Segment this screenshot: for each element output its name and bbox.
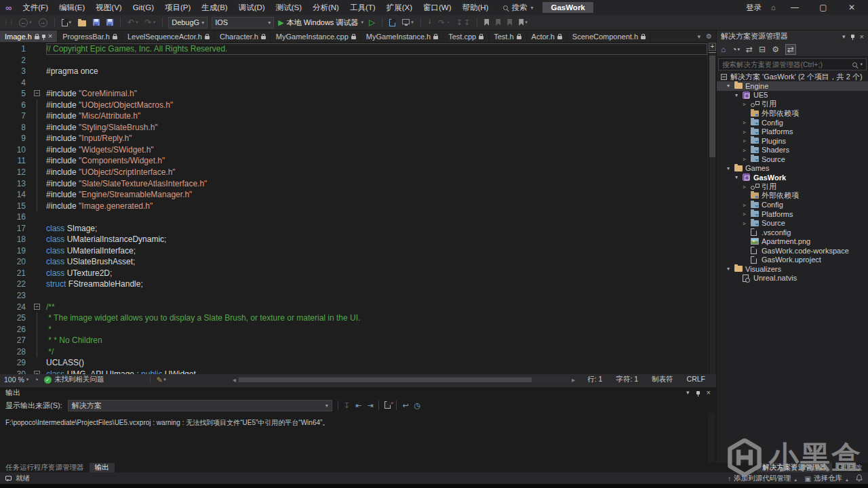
horizontal-scrollbar-thumb[interactable] bbox=[239, 378, 532, 382]
fold-margin[interactable] bbox=[31, 122, 46, 134]
save-button[interactable] bbox=[92, 18, 101, 26]
code-editor[interactable]: 1// Copyright Epic Games, Inc. All Right… bbox=[0, 42, 707, 374]
fold-margin[interactable] bbox=[31, 346, 46, 358]
caret-line-indicator[interactable]: 行: 1 bbox=[580, 375, 609, 384]
tree-expand-arrow[interactable]: ▾ bbox=[730, 92, 743, 98]
word-wrap-icon[interactable] bbox=[402, 401, 408, 410]
editor-tab[interactable]: MyGameInstance.cpp bbox=[271, 30, 361, 42]
tree-expand-arrow[interactable]: ▹ bbox=[738, 138, 751, 144]
goto-message-icon[interactable] bbox=[344, 401, 350, 410]
zoom-dropdown[interactable]: 100 % bbox=[4, 375, 28, 384]
tabs-mode-indicator[interactable]: 制表符 bbox=[645, 375, 680, 384]
properties-icon[interactable] bbox=[772, 45, 779, 54]
fold-margin[interactable] bbox=[31, 357, 46, 369]
close-panel-icon[interactable] bbox=[860, 33, 864, 41]
tree-item[interactable]: ▹Config bbox=[717, 118, 868, 127]
menu-item[interactable]: 测试(S) bbox=[271, 0, 307, 15]
editor-tab[interactable]: Character.h bbox=[215, 30, 271, 42]
menu-item[interactable]: 视图(V) bbox=[90, 0, 127, 15]
undo-button[interactable] bbox=[126, 17, 140, 28]
fold-margin[interactable] bbox=[31, 43, 46, 55]
solution-platform-dropdown[interactable]: IOS bbox=[212, 17, 274, 28]
editor-tab[interactable]: SceneComponent.h bbox=[568, 30, 651, 42]
tree-item[interactable]: Apartment.png bbox=[717, 237, 868, 247]
editor-tab[interactable]: MyGameInstance.h bbox=[361, 30, 443, 42]
tree-item[interactable]: 外部依赖项 bbox=[717, 109, 868, 119]
tree-item[interactable]: GasWork.uproject bbox=[717, 256, 868, 265]
bookmark-toggle-button[interactable] bbox=[483, 18, 490, 26]
scroll-right-arrow-icon[interactable] bbox=[572, 375, 575, 384]
code-cleanup-button[interactable]: ✎ bbox=[156, 375, 165, 384]
previous-message-icon[interactable] bbox=[355, 401, 361, 410]
fold-collapse-icon[interactable] bbox=[34, 304, 40, 310]
fold-collapse-icon[interactable] bbox=[34, 90, 40, 96]
menu-item[interactable]: 扩展(X) bbox=[381, 0, 418, 15]
panel-tab[interactable]: Git 更改 bbox=[832, 463, 868, 472]
search-control[interactable]: 搜索 bbox=[503, 3, 533, 13]
attach-to-process-button[interactable] bbox=[388, 18, 397, 27]
solution-search-box[interactable] bbox=[718, 58, 867, 70]
editor-tab[interactable]: LevelSequenceActor.h bbox=[123, 30, 215, 42]
solution-search-input[interactable] bbox=[722, 60, 850, 68]
fold-margin[interactable] bbox=[31, 201, 46, 212]
document-health-indicator[interactable]: 未找到相关问题 bbox=[44, 375, 104, 384]
sync-selection-icon[interactable] bbox=[746, 45, 753, 54]
maximize-button[interactable]: ▢ bbox=[814, 3, 833, 12]
tree-item[interactable]: ▹Platforms bbox=[717, 209, 868, 219]
menu-item[interactable]: 窗口(W) bbox=[418, 0, 457, 15]
tree-item[interactable]: ▾Visualizers bbox=[717, 264, 868, 274]
solution-root-item[interactable]: 解决方案 'GasWork' (2 个项目，共 2 个) bbox=[717, 72, 868, 81]
fold-margin[interactable] bbox=[31, 324, 46, 336]
pending-changes-filter-icon[interactable] bbox=[732, 45, 740, 54]
close-button[interactable]: ✕ bbox=[842, 3, 861, 12]
tree-item[interactable]: .vsconfig bbox=[717, 228, 868, 237]
tree-item[interactable]: ▹引用 bbox=[717, 182, 868, 192]
tree-expand-arrow[interactable]: ▹ bbox=[738, 119, 751, 125]
fold-margin[interactable] bbox=[31, 312, 46, 324]
tree-expand-arrow[interactable]: ▹ bbox=[738, 147, 751, 153]
fold-margin[interactable] bbox=[31, 178, 46, 190]
menu-item[interactable]: 项目(P) bbox=[159, 0, 196, 15]
start-debugging-button[interactable]: 本地 Windows 调试器 bbox=[278, 18, 363, 28]
tree-expand-arrow[interactable]: ▹ bbox=[738, 184, 751, 190]
menu-item[interactable]: 生成(B) bbox=[196, 0, 233, 15]
menu-item[interactable]: Git(G) bbox=[127, 0, 159, 15]
editor-tab[interactable]: Image.h bbox=[0, 30, 58, 42]
fold-margin[interactable] bbox=[31, 155, 46, 167]
tree-expand-arrow[interactable]: ▹ bbox=[738, 202, 751, 208]
fold-margin[interactable] bbox=[31, 144, 46, 156]
fold-margin[interactable] bbox=[31, 77, 46, 89]
tree-item[interactable]: ▹引用 bbox=[717, 100, 868, 109]
step-over-button[interactable] bbox=[437, 18, 451, 28]
collapse-all-icon[interactable] bbox=[759, 45, 766, 54]
switch-views-icon[interactable] bbox=[721, 45, 726, 54]
tree-item[interactable]: ▾Engine bbox=[717, 81, 868, 91]
fold-margin[interactable] bbox=[31, 234, 46, 245]
window-position-chevron-icon[interactable] bbox=[686, 389, 690, 396]
fold-margin[interactable] bbox=[31, 133, 46, 144]
tab-options-icon[interactable] bbox=[706, 33, 712, 40]
eol-indicator[interactable]: CRLF bbox=[680, 375, 712, 384]
bookmark-window-button[interactable] bbox=[517, 18, 529, 26]
tree-expand-arrow[interactable]: ▾ bbox=[722, 165, 734, 171]
tree-item[interactable]: 外部依赖项 bbox=[717, 191, 868, 201]
sign-in-button[interactable]: 登录 bbox=[746, 3, 762, 13]
next-message-icon[interactable] bbox=[367, 401, 373, 410]
panel-tab[interactable]: 输出 bbox=[90, 463, 115, 472]
fold-margin[interactable] bbox=[31, 167, 46, 178]
bookmark-prev-button[interactable] bbox=[494, 18, 502, 26]
fold-margin[interactable] bbox=[31, 302, 46, 313]
vertical-scrollbar[interactable] bbox=[709, 53, 715, 374]
tree-item[interactable]: ▾GasWork bbox=[717, 173, 868, 182]
menu-item[interactable]: 编辑(E) bbox=[54, 0, 90, 15]
editor-tab[interactable]: Test.cpp bbox=[443, 30, 489, 42]
fold-margin[interactable] bbox=[31, 189, 46, 201]
fold-margin[interactable] bbox=[31, 335, 46, 346]
tree-expand-arrow[interactable]: ▹ bbox=[738, 156, 751, 162]
editor-tab[interactable]: Actor.h bbox=[527, 30, 568, 42]
tree-item[interactable]: ▹Plugins bbox=[717, 136, 868, 146]
solution-config-dropdown[interactable]: DebugG bbox=[168, 17, 208, 28]
fold-margin[interactable] bbox=[31, 268, 46, 279]
tree-expand-arrow[interactable]: ▾ bbox=[722, 83, 734, 89]
menu-item[interactable]: 工具(T) bbox=[344, 0, 381, 15]
